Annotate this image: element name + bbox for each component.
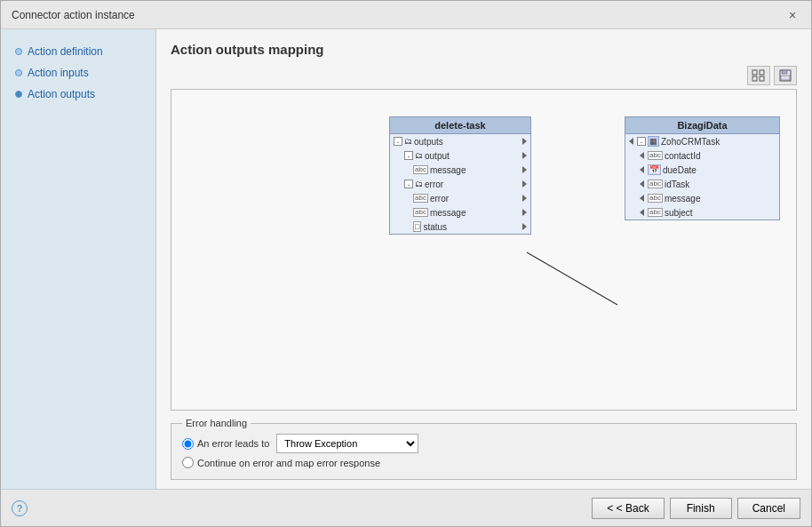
- arrow-right-icon: [522, 223, 527, 230]
- abc-icon: abc: [648, 151, 663, 160]
- error-handling-section: Error handling An error leads to Throw E…: [171, 418, 797, 480]
- dialog: Connector action instance × Action defin…: [0, 0, 812, 527]
- arrow-right-icon: [522, 138, 527, 145]
- cancel-button[interactable]: Cancel: [737, 498, 800, 519]
- error-handling-dropdown[interactable]: Throw Exception: [276, 434, 418, 453]
- arrow-right-icon: [522, 209, 527, 216]
- expand-btn[interactable]: -: [637, 137, 646, 146]
- back-button[interactable]: < < Back: [592, 498, 664, 519]
- expand-icon: [752, 69, 766, 82]
- arrow-left-icon: [640, 209, 644, 216]
- radio2-text: Continue on error and map error response: [197, 458, 380, 468]
- section-title: Action outputs mapping: [171, 42, 797, 57]
- svg-rect-3: [760, 76, 764, 81]
- expand-btn[interactable]: -: [394, 137, 402, 146]
- box-row: - ▦ ZohoCRMTask: [625, 134, 779, 148]
- box-row: - 🗂 error: [401, 177, 530, 191]
- radio2-input[interactable]: [182, 457, 194, 468]
- box-row: abc contactId: [636, 148, 779, 163]
- right-box-title: BizagiData: [625, 117, 779, 134]
- box-row: abc message: [410, 163, 530, 177]
- box-row: abc message: [636, 191, 779, 205]
- grid-icon: ▦: [648, 136, 659, 147]
- box-row: - 🗂 output: [401, 148, 530, 163]
- radio1-text: An error leads to: [197, 438, 269, 449]
- left-box: delete-task - 🗂 outputs - 🗂 output: [389, 116, 531, 235]
- sidebar-item-action-inputs[interactable]: Action inputs: [12, 65, 145, 81]
- date-icon: 📅: [648, 164, 661, 175]
- abc-icon: abc: [413, 165, 428, 174]
- dropdown-wrapper: Throw Exception: [276, 434, 418, 453]
- box-row: □ status: [410, 220, 530, 234]
- expand-btn[interactable]: -: [404, 151, 413, 160]
- save-button[interactable]: [774, 66, 797, 85]
- title-bar: Connector action instance ×: [1, 1, 811, 29]
- arrow-left-icon: [629, 138, 633, 145]
- sidebar-dot: [15, 69, 22, 76]
- folder-icon: 🗂: [415, 180, 423, 188]
- left-box-title: delete-task: [390, 117, 530, 134]
- arrow-right-icon: [522, 166, 527, 173]
- dialog-body: Action definition Action inputs Action o…: [1, 29, 811, 489]
- finish-button[interactable]: Finish: [670, 498, 732, 519]
- error-row-2: Continue on error and map error response: [182, 457, 785, 468]
- radio1-label[interactable]: An error leads to: [182, 438, 269, 450]
- expand-all-button[interactable]: [747, 66, 770, 85]
- abc-icon: abc: [413, 208, 428, 217]
- svg-line-7: [527, 252, 617, 305]
- arrow-right-icon: [522, 152, 527, 159]
- radio2-label[interactable]: Continue on error and map error response: [182, 457, 380, 468]
- radio1-input[interactable]: [182, 438, 194, 450]
- box-row: abc subject: [636, 205, 779, 220]
- svg-rect-6: [781, 76, 790, 80]
- error-row-1: An error leads to Throw Exception: [182, 434, 785, 453]
- abc-icon: abc: [648, 180, 663, 188]
- svg-rect-2: [752, 76, 757, 81]
- sidebar-item-label: Action outputs: [28, 88, 95, 100]
- abc-icon: abc: [648, 194, 663, 203]
- square-icon: □: [413, 221, 421, 232]
- folder-icon: 🗂: [415, 151, 423, 160]
- sidebar: Action definition Action inputs Action o…: [1, 29, 156, 489]
- footer-right: < < Back Finish Cancel: [592, 498, 800, 519]
- mapping-area: delete-task - 🗂 outputs - 🗂 output: [171, 89, 797, 411]
- svg-rect-1: [760, 70, 764, 75]
- dialog-footer: ? < < Back Finish Cancel: [1, 489, 811, 526]
- abc-icon: abc: [413, 194, 428, 203]
- save-icon: [779, 69, 792, 82]
- arrow-left-icon: [640, 195, 644, 202]
- arrow-right-icon: [522, 180, 527, 188]
- sidebar-dot: [15, 91, 22, 98]
- help-button[interactable]: ?: [12, 500, 28, 516]
- box-row: abc error: [410, 191, 530, 205]
- error-handling-legend: Error handling: [182, 418, 251, 428]
- box-row: abc idTask: [636, 177, 779, 191]
- arrow-right-icon: [522, 195, 527, 202]
- sidebar-item-action-definition[interactable]: Action definition: [12, 44, 145, 60]
- svg-rect-0: [752, 70, 757, 75]
- arrow-left-icon: [640, 152, 644, 159]
- arrow-left-icon: [640, 180, 644, 188]
- sidebar-item-action-outputs[interactable]: Action outputs: [12, 86, 145, 102]
- folder-icon: 🗂: [404, 137, 412, 146]
- expand-btn[interactable]: -: [404, 180, 413, 188]
- close-button[interactable]: ×: [784, 7, 800, 23]
- dialog-title: Connector action instance: [12, 9, 135, 21]
- svg-rect-5: [782, 70, 787, 74]
- main-content: Action outputs mapping: [156, 29, 811, 489]
- box-row: abc message: [410, 205, 530, 220]
- sidebar-item-label: Action definition: [28, 45, 103, 58]
- box-row: - 🗂 outputs: [390, 134, 530, 148]
- toolbar-row: [171, 66, 797, 85]
- footer-left: ?: [12, 500, 28, 516]
- right-box: BizagiData - ▦ ZohoCRMTask abc contactId: [625, 116, 780, 220]
- abc-icon: abc: [648, 208, 663, 217]
- arrow-left-icon: [640, 166, 644, 173]
- sidebar-dot: [15, 48, 22, 55]
- box-row: 📅 dueDate: [636, 163, 779, 177]
- sidebar-item-label: Action inputs: [28, 67, 89, 79]
